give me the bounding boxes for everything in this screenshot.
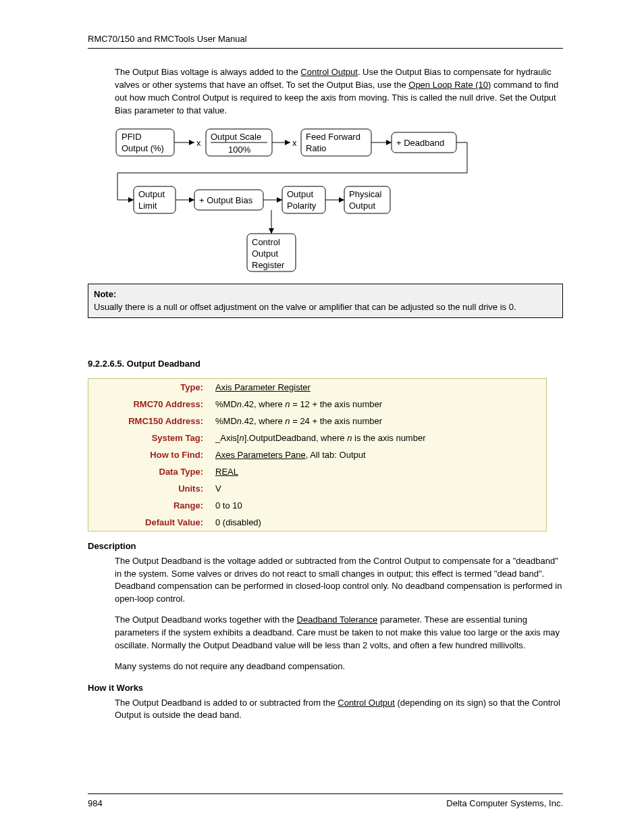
svg-text:Output: Output — [349, 201, 375, 211]
svg-text:+ Output Bias: + Output Bias — [199, 195, 253, 205]
page-number: 984 — [88, 798, 103, 808]
svg-text:Control: Control — [252, 237, 280, 247]
svg-marker-39 — [269, 228, 274, 234]
svg-text:100%: 100% — [228, 145, 251, 155]
how-it-works-p1: The Output Deadband is added to or subtr… — [115, 697, 563, 723]
svg-text:Output: Output — [287, 189, 313, 199]
axes-params-pane-link[interactable]: Axes Parameters Pane — [215, 450, 306, 460]
svg-text:Output: Output — [138, 189, 165, 199]
param-key-range: Range: — [88, 497, 209, 514]
note-text: Usually there is a null or offset adjust… — [94, 302, 516, 312]
control-output-link[interactable]: Control Output — [300, 67, 358, 77]
param-key-default: Default Value: — [88, 514, 209, 531]
section-heading: 9.2.2.6.5. Output Deadband — [88, 359, 563, 369]
description-p1: The Output Deadband is the voltage added… — [115, 555, 563, 606]
svg-text:Polarity: Polarity — [287, 201, 317, 211]
param-val-rmc150: %MDn.42, where n = 24 + the axis number — [209, 413, 547, 429]
svg-marker-20 — [128, 197, 134, 203]
svg-marker-29 — [277, 197, 282, 203]
how-it-works-heading: How it Works — [88, 683, 563, 693]
svg-marker-25 — [189, 197, 194, 203]
svg-text:Limit: Limit — [138, 201, 157, 211]
param-key-rmc70: RMC70 Address: — [88, 396, 209, 413]
control-output-link-2[interactable]: Control Output — [338, 698, 395, 708]
param-val-default: 0 (disabled) — [209, 514, 547, 531]
param-val-units: V — [209, 480, 547, 497]
param-key-type: Type: — [88, 378, 209, 396]
svg-text:Output Scale: Output Scale — [211, 132, 261, 142]
param-val-find: Axes Parameters Pane, All tab: Output — [209, 446, 547, 463]
param-key-units: Units: — [88, 480, 209, 497]
svg-text:Physical: Physical — [349, 189, 382, 199]
param-val-type: Axis Parameter Register — [209, 378, 547, 396]
svg-text:+ Deadband: + Deadband — [396, 138, 444, 148]
svg-text:Register: Register — [252, 260, 285, 270]
svg-text:Output (%): Output (%) — [122, 143, 164, 153]
svg-marker-4 — [189, 140, 194, 145]
note-box: Note: Usually there is a null or offset … — [88, 284, 563, 317]
svg-text:Feed Forward: Feed Forward — [306, 132, 360, 142]
svg-marker-34 — [339, 197, 344, 203]
param-val-systag: _Axis[n].OutputDeadband, where n is the … — [209, 429, 547, 446]
header-rule — [88, 48, 563, 49]
open-loop-rate-link[interactable]: Open Loop Rate (10) — [408, 80, 491, 90]
param-val-rmc70: %MDn.42, where n = 12 + the axis number — [209, 396, 547, 413]
param-key-dtype: Data Type: — [88, 463, 209, 480]
intro-pre: The Output Bias voltage is always added … — [115, 67, 300, 77]
intro-paragraph: The Output Bias voltage is always added … — [115, 66, 563, 117]
param-key-rmc150: RMC150 Address: — [88, 413, 209, 429]
description-p3: Many systems do not require any deadband… — [115, 660, 563, 673]
parameter-table: Type: Axis Parameter Register RMC70 Addr… — [88, 378, 547, 531]
param-key-find: How to Find: — [88, 446, 209, 463]
svg-text:x: x — [292, 138, 297, 148]
svg-marker-11 — [285, 140, 290, 145]
signal-flow-diagram: PFID Output (%) x Output Scale 100% x Fe… — [115, 126, 563, 280]
header-title: RMC70/150 and RMCTools User Manual — [88, 34, 563, 44]
company-name: Delta Computer Systems, Inc. — [446, 798, 563, 808]
page-footer: 984 Delta Computer Systems, Inc. — [88, 789, 563, 809]
svg-text:Ratio: Ratio — [306, 143, 326, 153]
svg-marker-17 — [386, 140, 392, 145]
svg-text:PFID: PFID — [122, 132, 142, 142]
note-label: Note: — [94, 289, 116, 299]
svg-text:x: x — [196, 138, 201, 148]
description-heading: Description — [88, 541, 563, 551]
real-type-link[interactable]: REAL — [215, 467, 238, 477]
param-key-systag: System Tag: — [88, 429, 209, 446]
description-p2: The Output Deadband works together with … — [115, 614, 563, 652]
param-val-dtype: REAL — [209, 463, 547, 480]
param-val-range: 0 to 10 — [209, 497, 547, 514]
deadband-tolerance-link[interactable]: Deadband Tolerance — [297, 615, 378, 625]
svg-text:Output: Output — [252, 249, 278, 259]
axis-param-register-link[interactable]: Axis Parameter Register — [215, 382, 311, 392]
